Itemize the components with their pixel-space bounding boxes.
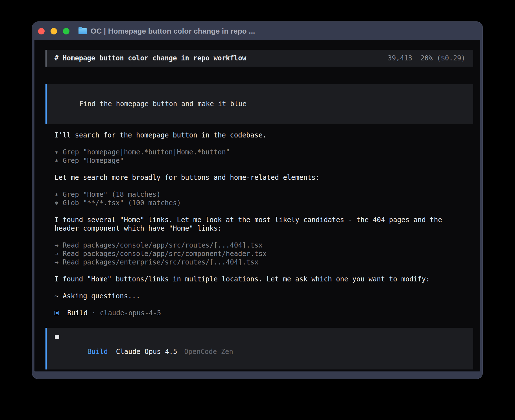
- zoom-button[interactable]: [63, 28, 69, 34]
- token-count: 39,413: [388, 54, 412, 62]
- agent-name: Build: [67, 309, 88, 317]
- assistant-text-line: Let me search more broadly for buttons a…: [54, 173, 473, 182]
- tool-call-line: → Read packages/enterprise/src/routes/[.…: [54, 258, 473, 266]
- terminal-content[interactable]: # Homepage button color change in repo w…: [34, 40, 480, 371]
- title-bar[interactable]: OC | Homepage button color change in rep…: [34, 22, 480, 40]
- context-cost: 20% ($0.29): [420, 54, 465, 62]
- assistant-text: I found "Home" buttons/links in multiple…: [54, 275, 473, 283]
- assistant-text-line: ~ Asking questions...: [54, 292, 473, 300]
- assistant-text: I found several "Home" links. Let me loo…: [54, 216, 473, 233]
- tool-call-line: → Read packages/console/app/src/routes/[…: [54, 241, 473, 250]
- assistant-text-line: I found "Home" buttons/links in multiple…: [54, 275, 473, 283]
- session-stats: 39,413 20% ($0.29): [388, 54, 465, 62]
- assistant-text: Let me search more broadly for buttons a…: [54, 173, 473, 182]
- assistant-text-line: header component which have "Home" links…: [54, 224, 473, 233]
- session-title: # Homepage button color change in repo w…: [54, 54, 246, 62]
- session-header: # Homepage button color change in repo w…: [45, 50, 473, 67]
- model-row: BuildClaude Opus 4.5OpenCode Zen: [55, 339, 465, 364]
- terminal-window: OC | Homepage button color change in rep…: [32, 21, 483, 379]
- tool-call-line: ∗ Glob "**/*.tsx" (100 matches): [54, 199, 473, 207]
- model-id: claude-opus-4-5: [100, 309, 161, 317]
- agent-box-icon: [54, 311, 59, 315]
- text-cursor: [55, 335, 59, 339]
- window-title: OC | Homepage button color change in rep…: [91, 27, 255, 36]
- tool-call-line: → Read packages/console/app/src/componen…: [54, 250, 473, 258]
- tool-call-group: → Read packages/console/app/src/routes/[…: [54, 241, 473, 266]
- esc-shortcut: esc interrupt: [86, 366, 171, 372]
- close-button[interactable]: [38, 28, 45, 34]
- user-message-text: Find the homepage button and make it blu…: [79, 100, 246, 108]
- prompt-input[interactable]: BuildClaude Opus 4.5OpenCode Zen: [45, 328, 473, 369]
- tool-call-line: ∗ Grep "homepage|home.*button|Home.*butt…: [54, 148, 473, 156]
- user-message: Find the homepage button and make it blu…: [45, 84, 473, 124]
- agent-status-line: Build · claude-opus-4-5: [54, 309, 473, 317]
- input-provider-label: OpenCode Zen: [184, 348, 233, 356]
- minimize-button[interactable]: [51, 28, 57, 34]
- folder-icon: [78, 28, 87, 34]
- assistant-text-line: I found several "Home" links. Let me loo…: [54, 216, 473, 224]
- assistant-text: ~ Asking questions...: [54, 292, 473, 300]
- input-agent-label: Build: [88, 348, 108, 356]
- status-bar: esc interrupt ctrl+t variantstab agentsc…: [45, 369, 473, 371]
- tool-call-group: ∗ Grep "Home" (18 matches)∗ Glob "**/*.t…: [54, 190, 473, 207]
- input-model-label: Claude Opus 4.5: [116, 348, 177, 356]
- tool-call-line: ∗ Grep "Homepage": [54, 156, 473, 165]
- status-separator: ·: [88, 309, 100, 317]
- assistant-text-line: I'll search for the homepage button in t…: [54, 131, 473, 139]
- assistant-text: I'll search for the homepage button in t…: [54, 131, 473, 139]
- tool-call-line: ∗ Grep "Home" (18 matches): [54, 190, 473, 199]
- assistant-transcript: I'll search for the homepage button in t…: [54, 131, 473, 300]
- tool-call-group: ∗ Grep "homepage|home.*button|Home.*butt…: [54, 148, 473, 165]
